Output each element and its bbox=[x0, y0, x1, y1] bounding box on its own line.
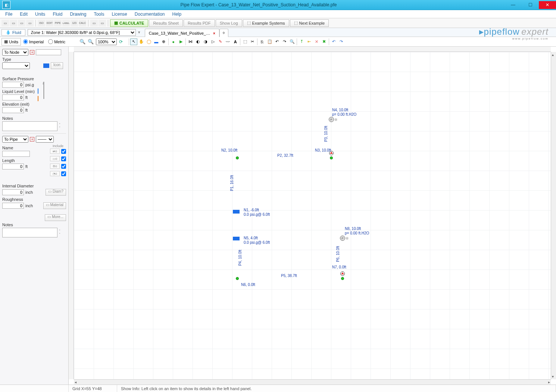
type-select[interactable] bbox=[2, 62, 30, 69]
results-sheet-button[interactable]: Results Sheet bbox=[149, 19, 182, 27]
tb-edit-icon[interactable]: EDIT bbox=[46, 20, 53, 27]
tb-iso-icon[interactable]: ISO bbox=[38, 20, 45, 27]
roughness-field[interactable] bbox=[2, 203, 24, 209]
liquid-level-field[interactable] bbox=[2, 94, 24, 100]
pump-n7[interactable] bbox=[340, 271, 345, 276]
surface-pressure-field[interactable] bbox=[2, 82, 24, 88]
menu-license[interactable]: License bbox=[109, 11, 130, 18]
inc-check-1[interactable] bbox=[61, 149, 66, 154]
length-field[interactable] bbox=[2, 164, 24, 169]
redo-icon[interactable]: ↷ bbox=[338, 38, 345, 45]
node-n4-pressure[interactable]: P bbox=[329, 117, 334, 122]
scrollbar-vertical[interactable]: ▴▾ bbox=[551, 52, 556, 379]
next-example-button[interactable]: ⬚ Next Example bbox=[290, 19, 329, 27]
rotate-left-icon[interactable]: ↶ bbox=[274, 38, 281, 45]
tb-pipe-icon[interactable]: PIPE bbox=[54, 20, 62, 27]
example-systems-button[interactable]: ⬚ Example Systems bbox=[243, 19, 289, 27]
metric-radio[interactable]: Metric bbox=[48, 39, 65, 44]
menu-tools[interactable]: Tools bbox=[91, 11, 107, 18]
select-rect-icon[interactable]: ⬚ bbox=[241, 38, 249, 45]
node-n6[interactable] bbox=[236, 277, 239, 280]
tank-tool-icon[interactable]: ▬ bbox=[153, 38, 160, 45]
tb-icon-12[interactable]: ▭ bbox=[99, 20, 106, 27]
internal-diameter-field[interactable] bbox=[2, 189, 24, 195]
pointer-tool-icon[interactable]: ↖ bbox=[130, 38, 137, 45]
pipe-line-style-select[interactable]: ─── bbox=[36, 136, 54, 143]
diam-button[interactable]: ▭ Diam? bbox=[46, 189, 66, 196]
tb-icon-1[interactable]: ▭ bbox=[1, 20, 9, 27]
dot-tool-icon[interactable]: ● bbox=[170, 38, 177, 45]
menu-documentation[interactable]: Documentation bbox=[132, 11, 168, 18]
inc-check-3[interactable] bbox=[61, 164, 66, 169]
menu-units[interactable]: Units bbox=[32, 11, 48, 18]
tab-close-icon[interactable]: × bbox=[213, 31, 215, 35]
menu-file[interactable]: File bbox=[2, 11, 15, 18]
notes2-up-icon[interactable]: ˄ bbox=[59, 229, 60, 233]
menu-help[interactable]: Help bbox=[169, 11, 185, 18]
align-top-icon[interactable]: ⤒ bbox=[298, 38, 305, 45]
minimize-button[interactable]: — bbox=[505, 1, 522, 9]
align-left-icon[interactable]: ⇤ bbox=[306, 38, 313, 45]
calculate-button[interactable]: ▦ CALCULATE bbox=[110, 19, 148, 27]
maximize-button[interactable]: ☐ bbox=[522, 1, 539, 9]
more-button[interactable]: ▭ More... bbox=[45, 214, 66, 221]
node-n7[interactable] bbox=[341, 277, 344, 280]
zoom-out-icon[interactable]: 🔍 bbox=[79, 39, 85, 44]
node-tool-icon[interactable]: ◯ bbox=[145, 38, 152, 45]
document-tab[interactable]: Case_13_Water_Net_Positive_… × bbox=[145, 29, 219, 37]
tb-icon-3[interactable]: ▭ bbox=[18, 20, 25, 27]
refresh-icon[interactable]: ⟳ bbox=[119, 39, 123, 44]
node-n3[interactable] bbox=[330, 156, 333, 159]
meter-tool-icon[interactable]: ◑ bbox=[202, 38, 209, 45]
undo-icon[interactable]: ↶ bbox=[330, 38, 337, 45]
zone-select[interactable]: Zone 1: Water [62.303000 lb/ft³ at 0.0ps… bbox=[28, 29, 136, 36]
notes1-field[interactable] bbox=[2, 121, 57, 131]
inc-check-4[interactable] bbox=[61, 171, 66, 176]
arrow-tool-icon[interactable]: ▶ bbox=[177, 38, 184, 45]
inc-check-2[interactable] bbox=[61, 156, 66, 161]
name-field[interactable] bbox=[2, 151, 30, 157]
node-n5-tank[interactable] bbox=[233, 237, 240, 240]
menu-fluid[interactable]: Fluid bbox=[50, 11, 65, 18]
fitting-tool-icon[interactable]: ▷ bbox=[209, 38, 216, 45]
zoom-in-icon[interactable]: 🔍 bbox=[88, 39, 94, 44]
tb-icon-11[interactable]: ▭ bbox=[90, 20, 98, 27]
paste-icon[interactable]: 📋 bbox=[266, 38, 273, 45]
to-node-field[interactable] bbox=[36, 49, 61, 55]
copy-icon[interactable]: ⎘ bbox=[259, 38, 266, 45]
notes1-down-icon[interactable]: ˅ bbox=[59, 126, 60, 130]
to-node-select[interactable]: To Node bbox=[2, 49, 28, 56]
scrollbar-horizontal[interactable]: ◂▸ bbox=[74, 379, 551, 385]
menu-drawing[interactable]: Drawing bbox=[67, 11, 89, 18]
target-node-icon[interactable]: ✳ bbox=[30, 50, 34, 55]
notes1-up-icon[interactable]: ˄ bbox=[59, 123, 60, 126]
notes2-field[interactable] bbox=[2, 228, 57, 237]
tb-123-icon[interactable]: 123 bbox=[71, 20, 78, 27]
distribute-icon[interactable]: ⤫ bbox=[313, 38, 320, 45]
tb-calc-icon[interactable]: CALC bbox=[79, 20, 86, 27]
drawing-canvas[interactable]: N1, -6.0ft 0.0 psi.g@ 6.0ft N2, 10.0ft N… bbox=[74, 52, 551, 379]
icon-button[interactable]: Icon bbox=[51, 62, 63, 69]
pan-tool-icon[interactable]: ✋ bbox=[138, 38, 145, 45]
delete-icon[interactable]: ✖ bbox=[321, 38, 328, 45]
zoom-select[interactable]: 100% bbox=[96, 38, 117, 45]
imperial-radio[interactable]: Imperial bbox=[23, 39, 44, 44]
curve-tool-icon[interactable]: 〰 bbox=[224, 38, 231, 45]
results-pdf-button[interactable]: Results PDF bbox=[184, 19, 215, 27]
menu-edit[interactable]: Edit bbox=[17, 11, 31, 18]
material-button[interactable]: ▭ Material bbox=[43, 202, 66, 209]
text-tool-icon[interactable]: A bbox=[232, 38, 239, 45]
tb-icon-2[interactable]: ▭ bbox=[10, 20, 17, 27]
cut-icon[interactable]: ✂ bbox=[249, 38, 256, 45]
tb-icon-4[interactable]: ▭ bbox=[26, 20, 34, 27]
edit-tool-icon[interactable]: ✎ bbox=[217, 38, 224, 45]
tb-label-icon[interactable]: LABEL bbox=[62, 20, 70, 27]
elevation-exit-field[interactable] bbox=[2, 107, 24, 113]
node-n1-tank[interactable] bbox=[233, 210, 240, 214]
node-n2[interactable] bbox=[236, 156, 239, 159]
notes2-down-icon[interactable]: ˅ bbox=[59, 233, 60, 236]
pump-tool-icon[interactable]: ◐ bbox=[194, 38, 202, 45]
units-button[interactable]: ▦ Units bbox=[1, 38, 21, 46]
close-button[interactable]: ✕ bbox=[539, 1, 556, 9]
to-pipe-select[interactable]: To Pipe bbox=[2, 136, 28, 143]
